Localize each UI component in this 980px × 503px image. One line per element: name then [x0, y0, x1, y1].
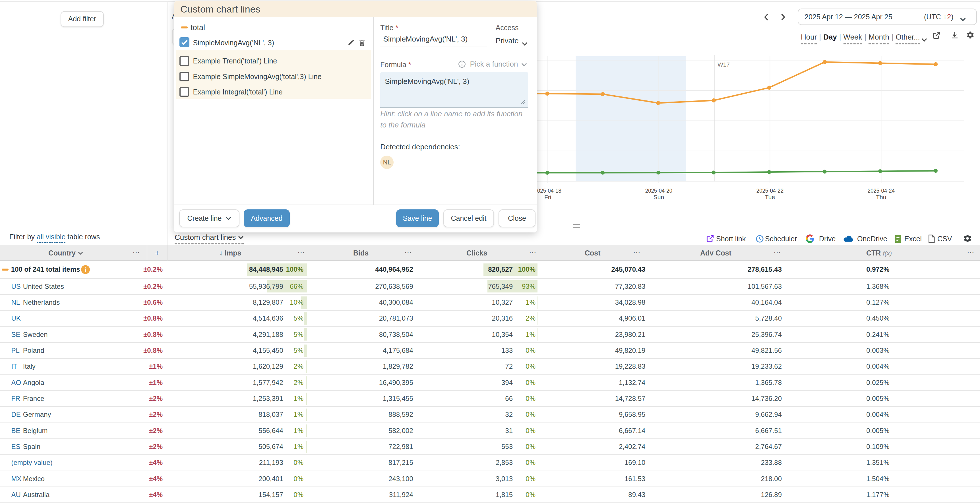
svg-text:2025-04-18: 2025-04-18	[534, 187, 561, 194]
svg-text:2025-04-20: 2025-04-20	[645, 187, 672, 194]
svg-text:Tue: Tue	[765, 194, 775, 200]
svg-text:Sun: Sun	[653, 194, 664, 200]
svg-text:2025-04-24: 2025-04-24	[867, 187, 894, 194]
svg-text:Fri: Fri	[544, 194, 551, 200]
svg-text:2025-04-22: 2025-04-22	[756, 187, 783, 194]
svg-text:Thu: Thu	[876, 194, 886, 200]
svg-text:W17: W17	[718, 61, 730, 68]
